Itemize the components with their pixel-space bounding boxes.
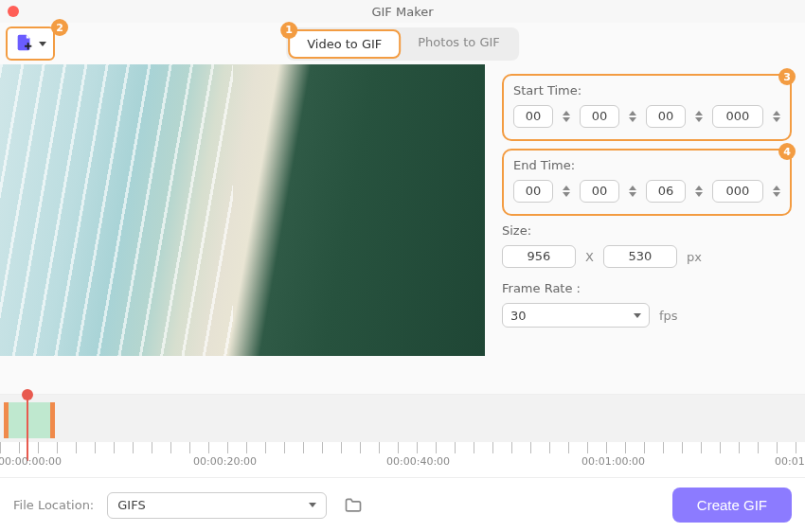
end-time-label: End Time: xyxy=(513,158,780,172)
annotation-badge-4: 4 xyxy=(778,143,796,160)
main-area: 3 Start Time: 00 00 00 000 4 End Time: 0 xyxy=(0,64,805,394)
bottom-bar: File Location: GIFS Create GIF xyxy=(0,477,805,532)
window-close-dot[interactable] xyxy=(8,6,19,17)
ruler-label: 00:01 xyxy=(775,455,805,468)
add-media-button[interactable] xyxy=(6,27,55,61)
file-location-select[interactable]: GIFS xyxy=(107,492,327,519)
start-hh[interactable]: 00 xyxy=(513,105,553,128)
start-ss[interactable]: 00 xyxy=(646,105,686,128)
window-title: GIF Maker xyxy=(371,5,433,19)
start-hh-stepper[interactable] xyxy=(563,111,570,122)
end-time-group: 4 End Time: 00 00 06 000 xyxy=(502,149,792,216)
tab-photos-to-gif[interactable]: Photos to GIF xyxy=(401,29,517,59)
end-mm[interactable]: 00 xyxy=(580,180,619,203)
end-hh[interactable]: 00 xyxy=(513,180,553,203)
svg-rect-1 xyxy=(27,43,29,49)
ruler-label: 00:00:00:00 xyxy=(0,455,62,468)
start-ss-stepper[interactable] xyxy=(695,111,703,122)
timeline[interactable]: 00:00:00:00 00:00:20:00 00:00:40:00 00:0… xyxy=(0,394,805,477)
start-time-group: 3 Start Time: 00 00 00 000 xyxy=(502,74,792,141)
create-gif-button[interactable]: Create GIF xyxy=(672,488,792,523)
settings-panel: 3 Start Time: 00 00 00 000 4 End Time: 0 xyxy=(485,64,805,394)
start-ms-stepper[interactable] xyxy=(773,111,780,122)
chevron-down-icon xyxy=(39,42,46,46)
file-location-value: GIFS xyxy=(117,498,145,512)
annotation-badge-3: 3 xyxy=(778,68,796,85)
add-file-icon xyxy=(14,33,35,54)
framerate-unit: fps xyxy=(659,309,678,323)
framerate-select[interactable]: 30 xyxy=(502,303,650,328)
start-ms[interactable]: 000 xyxy=(712,105,763,128)
end-hh-stepper[interactable] xyxy=(563,186,570,197)
size-label: Size: xyxy=(502,223,792,238)
ruler-ticks xyxy=(0,442,805,453)
ruler-label: 00:00:20:00 xyxy=(193,455,257,468)
timeline-clip[interactable] xyxy=(4,402,55,438)
framerate-value: 30 xyxy=(510,309,527,323)
annotation-badge-2: 2 xyxy=(51,19,68,36)
chevron-down-icon xyxy=(634,313,641,318)
end-ms[interactable]: 000 xyxy=(712,180,763,203)
size-height-field[interactable]: 530 xyxy=(603,245,677,268)
start-mm-stepper[interactable] xyxy=(629,111,636,122)
timeline-ruler: 00:00:00:00 00:00:20:00 00:00:40:00 00:0… xyxy=(0,442,805,463)
start-time-label: Start Time: xyxy=(513,83,780,98)
top-toolbar: 2 1 Video to GIF Photos to GIF xyxy=(0,23,805,64)
end-mm-stepper[interactable] xyxy=(629,186,636,197)
start-mm[interactable]: 00 xyxy=(580,105,619,128)
end-ss-stepper[interactable] xyxy=(695,186,703,197)
annotation-badge-1: 1 xyxy=(280,22,297,39)
size-unit: px xyxy=(687,250,702,264)
timeline-track xyxy=(0,395,805,442)
framerate-label: Frame Rate : xyxy=(502,281,792,295)
end-ss[interactable]: 06 xyxy=(646,180,686,203)
mode-tabs: 1 Video to GIF Photos to GIF xyxy=(286,27,519,61)
size-width-field[interactable]: 956 xyxy=(502,245,576,268)
folder-icon xyxy=(344,496,363,515)
tab-video-to-gif[interactable]: Video to GIF xyxy=(288,29,401,59)
open-folder-button[interactable] xyxy=(340,492,367,519)
ruler-label: 00:00:40:00 xyxy=(386,455,450,468)
ruler-label: 00:01:00:00 xyxy=(581,455,645,468)
chevron-down-icon xyxy=(309,503,316,507)
titlebar: GIF Maker xyxy=(0,0,805,23)
end-ms-stepper[interactable] xyxy=(773,186,780,197)
video-preview[interactable] xyxy=(0,64,485,356)
size-x-separator: X xyxy=(585,250,594,264)
file-location-label: File Location: xyxy=(13,498,94,512)
